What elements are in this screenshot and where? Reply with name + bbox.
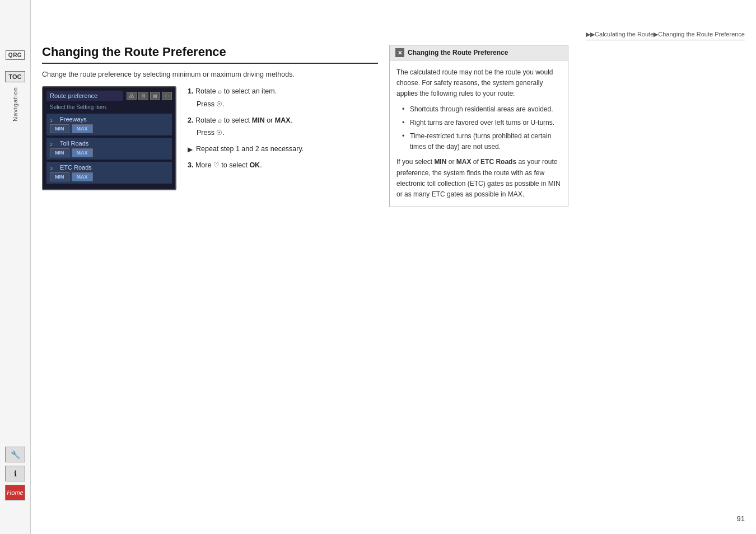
screen-icon-1: 品 bbox=[127, 92, 137, 100]
sidebar-icon-home[interactable]: Home bbox=[5, 485, 25, 500]
screen-item-label-3: ETC Roads bbox=[60, 164, 92, 171]
screen-item-number-1: 1 bbox=[50, 118, 57, 123]
step-2-press-icon: ☉ bbox=[216, 128, 222, 138]
page-number: 91 bbox=[737, 514, 745, 523]
page-title: Changing the Route Preference bbox=[42, 45, 378, 64]
screen-item-3: 3 ETC Roads MIN MAX bbox=[46, 162, 172, 184]
sidebar-nav-label: Navigation bbox=[12, 87, 18, 121]
screen-icon-3: ▤ bbox=[150, 92, 160, 100]
step-3: 3. More ♡ to select OK. bbox=[188, 160, 378, 171]
right-panel-header-icon: ✕ bbox=[395, 48, 404, 57]
screen-btn-max-3[interactable]: MAX bbox=[72, 172, 93, 181]
bullet-item-2: Right turns are favored over left turns … bbox=[402, 118, 561, 128]
screen-btn-min-3[interactable]: MIN bbox=[50, 172, 69, 181]
sidebar-icon-info[interactable]: ℹ bbox=[5, 466, 25, 481]
step-repeat-text: Repeat step 1 and 2 as necessary. bbox=[196, 144, 304, 154]
right-panel-min: MIN bbox=[434, 158, 446, 166]
right-panel-etc: ETC Roads bbox=[480, 158, 516, 166]
sidebar-toc-label[interactable]: TOC bbox=[5, 71, 25, 82]
screen-icon-2: 目 bbox=[138, 92, 148, 100]
bullet-item-1: Shortcuts through residential areas are … bbox=[402, 104, 561, 115]
screen-item-2: 2 Toll Roads MIN MAX bbox=[46, 138, 172, 160]
step-2: 2. Rotate ⌕ to select MIN or MAX. Press … bbox=[188, 115, 378, 139]
main-content: ▶▶Calculating the Route▶Changing the Rou… bbox=[31, 0, 756, 534]
step-2-min: MIN bbox=[252, 116, 265, 124]
step-3-text2: to select OK. bbox=[221, 161, 262, 169]
screen-item-1: 1 Freeways MIN MAX bbox=[46, 114, 172, 135]
sidebar-icon-settings[interactable]: 🔧 bbox=[5, 447, 25, 462]
sidebar-bottom-icons: 🔧 ℹ Home bbox=[5, 447, 25, 500]
content-body: Route preference 品 目 ▤ □ Select the Sett… bbox=[42, 86, 378, 190]
right-panel-header-title: Changing the Route Preference bbox=[408, 49, 508, 57]
right-panel-body: The calculated route may not be the rout… bbox=[389, 60, 568, 207]
step-3-text: More bbox=[195, 161, 213, 169]
screen-item-number-3: 3 bbox=[50, 166, 57, 171]
screen-btn-min-2[interactable]: MIN bbox=[50, 148, 69, 157]
breadcrumb-text: ▶▶Calculating the Route▶Changing the Rou… bbox=[586, 31, 745, 38]
right-panel-header: ✕ Changing the Route Preference bbox=[389, 45, 568, 60]
steps-section: 1. Rotate ⌕ to select an item. Press ☉. … bbox=[188, 86, 378, 190]
screen-item-2-buttons: MIN MAX bbox=[50, 148, 169, 157]
bullet-item-3: Time-restricted turns (turns prohibited … bbox=[402, 131, 561, 152]
step-repeat-content: ▶ Repeat step 1 and 2 as necessary. bbox=[188, 144, 378, 154]
breadcrumb: ▶▶Calculating the Route▶Changing the Rou… bbox=[586, 31, 745, 40]
sidebar: QRG TOC Navigation 🔧 ℹ Home bbox=[0, 0, 31, 534]
screen-icon-4: □ bbox=[162, 92, 172, 100]
screen-header: Route preference 品 目 ▤ □ bbox=[46, 91, 172, 101]
screen-item-3-buttons: MIN MAX bbox=[50, 172, 169, 181]
step-2-sub: Press ☉. bbox=[197, 128, 378, 138]
step-repeat-arrow: ▶ bbox=[188, 144, 193, 154]
screen-item-label-2: Toll Roads bbox=[60, 140, 88, 147]
screen-title: Route preference bbox=[46, 91, 123, 101]
step-repeat: ▶ Repeat step 1 and 2 as necessary. bbox=[188, 144, 378, 154]
step-1: 1. Rotate ⌕ to select an item. Press ☉. bbox=[188, 86, 378, 110]
screen-item-1-buttons: MIN MAX bbox=[50, 124, 169, 133]
screen-btn-min-1[interactable]: MIN bbox=[50, 124, 69, 133]
step-1-number: 1. bbox=[188, 87, 193, 95]
right-panel-para2: If you select MIN or MAX of ETC Roads as… bbox=[396, 157, 561, 200]
right-panel: ✕ Changing the Route Preference The calc… bbox=[389, 45, 568, 523]
step-3-ok: OK bbox=[249, 161, 260, 169]
intro-text: Change the route preference by selecting… bbox=[42, 71, 378, 78]
step-2-number: 2. bbox=[188, 116, 193, 124]
bullet-list: Shortcuts through residential areas are … bbox=[402, 104, 561, 153]
right-panel-max: MAX bbox=[456, 158, 472, 166]
step-1-text2: to select an item. bbox=[224, 87, 277, 95]
step-1-sub: Press ☉. bbox=[197, 99, 378, 110]
screen-mockup: Route preference 品 目 ▤ □ Select the Sett… bbox=[42, 86, 176, 190]
step-2-text2: to select MIN or MAX. bbox=[224, 116, 292, 124]
screen-btn-max-2[interactable]: MAX bbox=[72, 148, 93, 157]
screen-subtitle: Select the Setting item. bbox=[46, 103, 172, 111]
step-1-press-icon: ☉ bbox=[216, 99, 222, 109]
screen-item-number-2: 2 bbox=[50, 142, 57, 147]
step-3-knob-icon: ♡ bbox=[213, 160, 220, 170]
sidebar-qrg-label[interactable]: QRG bbox=[6, 50, 25, 60]
content-area: Changing the Route Preference Change the… bbox=[42, 45, 745, 523]
step-2-max: MAX bbox=[275, 116, 291, 124]
screen-btn-max-1[interactable]: MAX bbox=[72, 124, 93, 133]
step-1-text: Rotate bbox=[195, 87, 218, 95]
screen-icons: 品 目 ▤ □ bbox=[127, 92, 172, 100]
step-1-knob-icon: ⌕ bbox=[218, 86, 222, 96]
screen-item-label-1: Freeways bbox=[60, 116, 87, 123]
right-panel-para1: The calculated route may not be the rout… bbox=[396, 67, 561, 100]
left-section: Changing the Route Preference Change the… bbox=[42, 45, 378, 523]
step-2-knob-icon: ⌕ bbox=[218, 115, 222, 125]
step-3-number: 3. bbox=[188, 161, 193, 169]
step-2-text: Rotate bbox=[195, 116, 218, 124]
